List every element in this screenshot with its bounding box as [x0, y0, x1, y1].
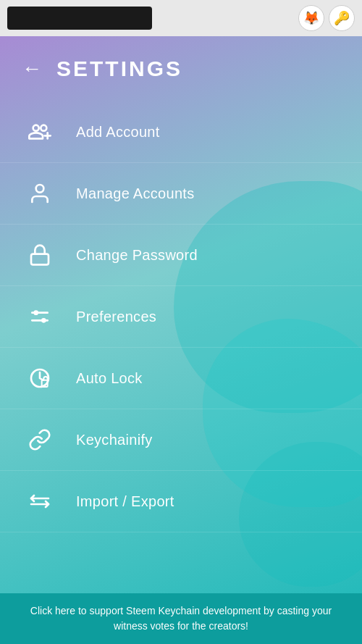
keychainify-label: Keychainify [76, 432, 153, 448]
settings-header: ← SETTINGS [0, 36, 362, 101]
add-account-icon [25, 117, 54, 146]
menu-item-preferences[interactable]: Preferences [0, 286, 362, 348]
manage-accounts-icon [25, 179, 54, 208]
svg-point-2 [36, 185, 44, 193]
footer-banner[interactable]: Click here to support Steem Keychain dev… [0, 593, 362, 644]
page-title: SETTINGS [56, 57, 182, 81]
menu-list: Add Account Manage Accounts [0, 101, 362, 593]
svg-point-7 [41, 318, 46, 323]
preferences-label: Preferences [76, 309, 156, 325]
top-bar: 🦊 🔑 [0, 0, 362, 36]
menu-item-manage-accounts[interactable]: Manage Accounts [0, 163, 362, 225]
menu-item-auto-lock[interactable]: Auto Lock [0, 348, 362, 409]
manage-accounts-label: Manage Accounts [76, 185, 195, 202]
back-button[interactable]: ← [22, 57, 42, 80]
change-password-label: Change Password [76, 247, 198, 264]
auto-lock-label: Auto Lock [76, 370, 143, 387]
content-overlay: ← SETTINGS Add Account [0, 36, 362, 644]
svg-point-6 [33, 310, 38, 315]
import-export-icon [25, 487, 54, 516]
top-bar-icons: 🦊 🔑 [298, 5, 355, 31]
menu-item-import-export[interactable]: Import / Export [0, 471, 362, 532]
preferences-icon [25, 302, 54, 331]
auto-lock-icon [25, 364, 54, 393]
top-bar-title [7, 7, 152, 30]
keychainify-icon [25, 425, 54, 454]
menu-item-add-account[interactable]: Add Account [0, 101, 362, 163]
change-password-icon [25, 241, 54, 269]
add-account-label: Add Account [76, 124, 160, 141]
menu-item-change-password[interactable]: Change Password [0, 225, 362, 286]
metamask-icon-button[interactable]: 🦊 [298, 5, 324, 31]
svg-rect-3 [31, 254, 49, 265]
menu-item-keychainify[interactable]: Keychainify [0, 409, 362, 471]
main-content: ← SETTINGS Add Account [0, 36, 362, 644]
key-icon-button[interactable]: 🔑 [329, 5, 355, 31]
import-export-label: Import / Export [76, 493, 174, 510]
footer-text: Click here to support Steem Keychain dev… [30, 605, 332, 632]
